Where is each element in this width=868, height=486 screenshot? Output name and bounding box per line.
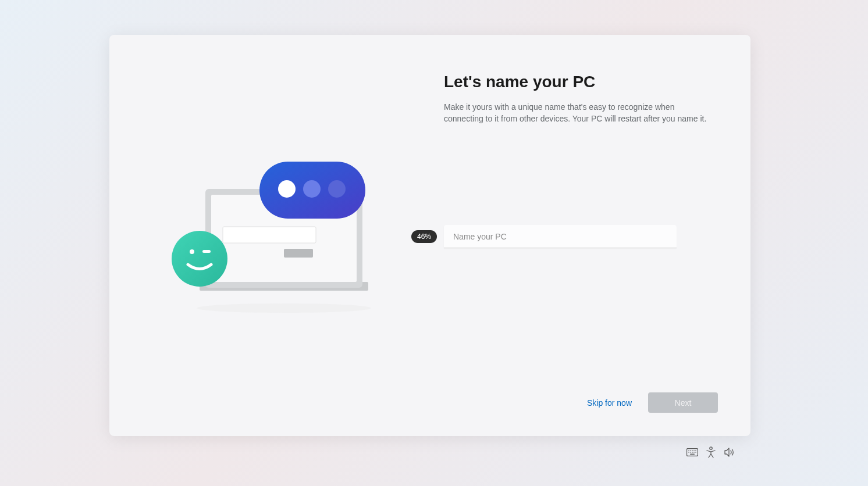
svg-point-14 xyxy=(688,450,689,451)
volume-icon[interactable] xyxy=(724,446,735,458)
page-title: Let's name your PC xyxy=(444,73,712,91)
svg-point-16 xyxy=(692,450,693,451)
pc-name-illustration xyxy=(168,157,400,320)
svg-point-23 xyxy=(695,452,696,453)
svg-point-10 xyxy=(172,231,227,287)
skip-link[interactable]: Skip for now xyxy=(587,398,632,408)
svg-point-8 xyxy=(303,180,321,198)
svg-point-7 xyxy=(278,180,296,198)
svg-point-19 xyxy=(688,452,689,453)
pc-name-input[interactable] xyxy=(444,225,677,248)
input-wrapper xyxy=(444,225,677,248)
footer-buttons: Skip for now Next xyxy=(587,392,718,413)
progress-badge: 46% xyxy=(411,230,437,243)
svg-rect-12 xyxy=(202,250,211,253)
svg-point-25 xyxy=(710,447,712,449)
svg-point-17 xyxy=(693,450,695,451)
svg-rect-4 xyxy=(223,227,316,243)
svg-point-15 xyxy=(690,450,691,451)
system-tray xyxy=(686,446,735,458)
keyboard-icon[interactable] xyxy=(686,446,698,458)
svg-point-0 xyxy=(197,303,371,313)
accessibility-icon[interactable] xyxy=(705,446,717,458)
page-description: Make it yours with a unique name that's … xyxy=(444,102,712,124)
svg-point-22 xyxy=(693,452,695,453)
setup-card: Let's name your PC Make it yours with a … xyxy=(109,35,750,436)
content-area: Let's name your PC Make it yours with a … xyxy=(444,73,712,124)
svg-point-21 xyxy=(692,452,693,453)
next-button[interactable]: Next xyxy=(648,392,718,413)
svg-point-9 xyxy=(328,180,346,198)
svg-rect-24 xyxy=(690,454,695,455)
svg-point-11 xyxy=(190,249,194,254)
svg-point-20 xyxy=(690,452,691,453)
svg-rect-5 xyxy=(284,249,313,258)
svg-point-18 xyxy=(695,450,696,451)
